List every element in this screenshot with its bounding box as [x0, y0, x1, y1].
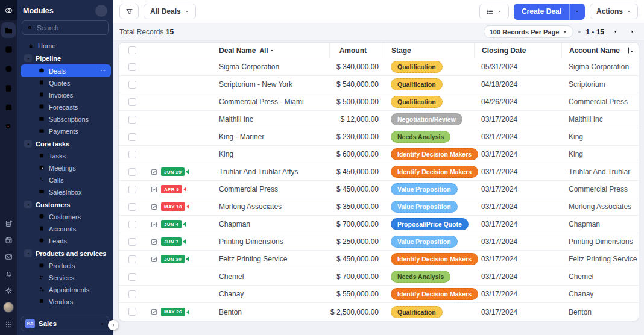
reports-icon[interactable]: [0, 40, 17, 59]
task-icon[interactable]: [150, 238, 158, 246]
account-name[interactable]: Truhlar And Truhlar: [561, 163, 639, 180]
row-checkbox[interactable]: [128, 133, 136, 141]
sidebar-item-salesinbox[interactable]: SalesInbox: [17, 186, 113, 198]
next-page-button[interactable]: [626, 26, 638, 38]
sidebar-item-appointments[interactable]: Appointments: [17, 284, 113, 296]
sidebar-item-calls[interactable]: Calls: [17, 174, 113, 186]
account-name[interactable]: King: [561, 128, 639, 145]
task-icon[interactable]: [150, 221, 158, 228]
account-name[interactable]: Commercial Press: [561, 93, 639, 110]
column-header-deal-name[interactable]: Deal NameAll: [212, 43, 329, 58]
deal-name[interactable]: Commercial Press - Miami: [212, 93, 329, 110]
records-per-page-selector[interactable]: 100 Records Per Page: [484, 25, 574, 38]
deal-name[interactable]: Chapman: [212, 216, 329, 233]
table-row[interactable]: JUN 4 Chapman $ 700,000.00 Proposal/Pric…: [119, 216, 639, 233]
list-view-toggle-button[interactable]: [479, 4, 509, 19]
row-checkbox[interactable]: [128, 151, 136, 158]
sidebar-item-home[interactable]: Home: [17, 40, 113, 52]
sidebar-search-input[interactable]: Search: [22, 20, 109, 35]
marketplace-icon[interactable]: [0, 98, 17, 117]
row-checkbox[interactable]: [128, 63, 136, 71]
table-row[interactable]: Commercial Press - Miami $ 500,000.00 Qu…: [119, 93, 639, 111]
table-row[interactable]: JUN 29 Truhlar And Truhlar Attys $ 450,0…: [119, 163, 639, 181]
sidebar-collapse-button[interactable]: [108, 320, 118, 330]
column-menu-icon[interactable]: [373, 48, 379, 54]
task-icon[interactable]: [150, 168, 158, 176]
view-selector-button[interactable]: All Deals: [144, 4, 196, 19]
zoho-crm-logo-icon[interactable]: [0, 0, 17, 20]
table-row[interactable]: King $ 600,000.00 Identify Decision Make…: [119, 146, 639, 163]
table-row[interactable]: APR 9 Commercial Press $ 450,000.00 Valu…: [119, 181, 639, 198]
deal-name[interactable]: Scriptorium - New York: [212, 76, 329, 93]
sidebar-item-leads[interactable]: Leads: [17, 235, 113, 247]
row-checkbox[interactable]: [128, 81, 136, 89]
deal-name[interactable]: Truhlar And Truhlar Attys: [212, 163, 329, 180]
filter-button[interactable]: [119, 4, 139, 19]
workspace-selector[interactable]: Sa Sales: [21, 316, 110, 331]
calendar-icon[interactable]: [0, 231, 17, 248]
sidebar-section-customers[interactable]: Customers: [17, 198, 113, 211]
sidebar-item-tasks[interactable]: Tasks: [17, 150, 113, 162]
notifications-bell-icon[interactable]: [0, 265, 17, 282]
select-all-checkbox[interactable]: [128, 46, 136, 54]
account-name[interactable]: Chapman: [561, 216, 639, 233]
row-checkbox[interactable]: [128, 116, 136, 124]
column-header-stage[interactable]: Stage: [384, 43, 474, 58]
sidebar-item-subscriptions[interactable]: Subscriptions: [17, 113, 113, 125]
table-row[interactable]: Chanay $ 550,000.00 Identify Decision Ma…: [119, 286, 639, 303]
table-row[interactable]: King - Mariner $ 230,000.00 Needs Analys…: [119, 128, 639, 146]
account-name[interactable]: Chemel: [561, 268, 639, 285]
analytics-clock-icon[interactable]: [0, 59, 17, 78]
more-options-icon[interactable]: [100, 67, 106, 75]
column-header-closing-date[interactable]: Closing Date: [474, 43, 561, 58]
user-avatar[interactable]: [0, 299, 17, 316]
column-menu-icon[interactable]: [318, 48, 324, 54]
deal-name[interactable]: Commercial Press: [212, 181, 329, 198]
sidebar-section-core-tasks[interactable]: Core tasks: [17, 137, 113, 150]
sidebar-item-deals[interactable]: Deals: [21, 64, 111, 77]
table-row[interactable]: Chemel $ 700,000.00 Needs Analysis 03/17…: [119, 268, 639, 286]
deal-name[interactable]: Sigma Corporation: [212, 58, 329, 75]
table-row[interactable]: Sigma Corporation $ 340,000.00 Qualifica…: [119, 58, 639, 76]
zia-search-icon[interactable]: [0, 117, 17, 136]
account-name[interactable]: Sigma Corporation: [561, 58, 639, 75]
deal-name[interactable]: King: [212, 146, 329, 163]
row-checkbox[interactable]: [128, 308, 136, 316]
deal-name[interactable]: King - Mariner: [212, 128, 329, 145]
sidebar-item-products[interactable]: Products: [17, 260, 113, 272]
sidebar-item-quotes[interactable]: Quotes: [17, 77, 113, 89]
row-checkbox[interactable]: [128, 273, 136, 281]
table-row[interactable]: Scriptorium - New York $ 540,000.00 Qual…: [119, 76, 639, 93]
column-header-amount[interactable]: Amount: [329, 43, 384, 58]
sidebar-item-invoices[interactable]: Invoices: [17, 89, 113, 101]
quick-create-note-icon[interactable]: [0, 214, 17, 231]
deal-name[interactable]: Maithili Inc: [212, 111, 329, 128]
notebook-icon[interactable]: [0, 78, 17, 98]
account-name[interactable]: Commercial Press: [561, 181, 639, 198]
create-deal-dropdown-button[interactable]: [569, 4, 585, 20]
row-checkbox[interactable]: [128, 203, 136, 211]
add-module-button[interactable]: [95, 5, 107, 17]
previous-page-button[interactable]: [609, 26, 621, 38]
modules-folder-icon[interactable]: [1, 22, 16, 38]
sidebar-item-payments[interactable]: Payments: [17, 125, 113, 137]
column-header-account-name[interactable]: Account Name: [561, 43, 639, 58]
deal-name[interactable]: Chemel: [212, 268, 329, 285]
settings-gear-icon[interactable]: [0, 282, 17, 299]
sidebar-item-meetings[interactable]: Meetings: [17, 162, 113, 174]
table-row[interactable]: JUN 7 Printing Dimensions $ 250,000.00 V…: [119, 233, 639, 251]
deal-name[interactable]: Feltz Printing Service: [212, 251, 329, 268]
deal-name[interactable]: Printing Dimensions: [212, 233, 329, 250]
account-name[interactable]: Morlong Associates: [561, 198, 639, 215]
sidebar-item-services[interactable]: Services: [17, 272, 113, 284]
account-name[interactable]: King: [561, 146, 639, 163]
table-row[interactable]: JUN 30 Feltz Printing Service $ 450,000.…: [119, 251, 639, 268]
app-switcher-grid-icon[interactable]: [0, 316, 17, 333]
manage-columns-icon[interactable]: [626, 46, 634, 54]
account-name[interactable]: Benton: [561, 303, 639, 321]
deal-name-all-filter[interactable]: All: [259, 47, 274, 54]
row-checkbox[interactable]: [128, 98, 136, 106]
row-checkbox[interactable]: [128, 290, 136, 298]
account-name[interactable]: Scriptorium: [561, 76, 639, 93]
actions-button[interactable]: Actions: [590, 4, 638, 19]
